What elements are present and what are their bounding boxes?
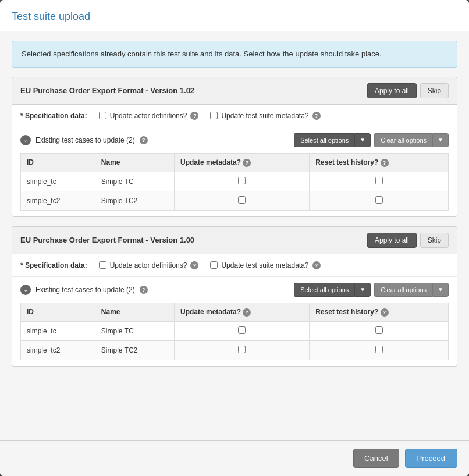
clear-all-arrow-2[interactable]: ▼: [432, 283, 449, 297]
select-all-button-2[interactable]: Select all options: [294, 283, 354, 297]
update-metadata-checkbox-1[interactable]: [210, 112, 218, 119]
table-row: simple_tc Simple TC: [21, 321, 449, 340]
spec-data-row-2: * Specification data: Update actor defin…: [12, 254, 457, 277]
update-metadata-checkbox-2[interactable]: [210, 261, 218, 269]
select-all-arrow-2[interactable]: ▼: [354, 283, 371, 297]
test-cases-title-text-1: Existing test cases to update (2): [35, 136, 135, 144]
select-all-arrow-1[interactable]: ▼: [354, 133, 371, 147]
col-reset-history-1: Reset test history? ?: [310, 153, 449, 172]
modal-header: Test suite upload: [0, 0, 469, 31]
proceed-button[interactable]: Proceed: [405, 449, 457, 468]
row2-name-2: Simple TC2: [95, 340, 174, 360]
row2-update-meta-2: [174, 340, 309, 360]
test-cases-title-text-2: Existing test cases to update (2): [35, 286, 135, 294]
clear-all-arrow-1[interactable]: ▼: [432, 133, 449, 147]
test-cases-section-1: ⌄ Existing test cases to update (2) ? Se…: [12, 127, 457, 216]
row1-reset-history-checkbox-2[interactable]: [375, 326, 383, 334]
clear-all-button-1[interactable]: Clear all options: [374, 133, 432, 147]
update-actor-text-2: Update actor definitions?: [110, 261, 187, 269]
skip-button-1[interactable]: Skip: [420, 83, 449, 98]
col-name-2: Name: [95, 303, 174, 321]
row2-reset-history-checkbox-2[interactable]: [375, 346, 383, 353]
test-cases-table-2: ID Name Update metadata? ? Reset test hi…: [20, 303, 449, 360]
clear-all-split-2: Clear all options ▼: [371, 283, 449, 297]
row1-reset-history-checkbox-1[interactable]: [375, 177, 383, 184]
row1-update-meta-checkbox-1[interactable]: [238, 177, 246, 184]
row2-reset-history-2: [310, 340, 449, 360]
row2-name-1: Simple TC2: [95, 191, 174, 210]
spec-header-buttons-2: Apply to all Skip: [367, 233, 449, 248]
col-id-1: ID: [21, 153, 95, 172]
row2-reset-history-1: [310, 191, 449, 210]
modal-footer: Cancel Proceed: [0, 440, 469, 476]
spec-header-1: EU Purchase Order Export Format - Versio…: [12, 77, 457, 105]
table-row: simple_tc2 Simple TC2: [21, 340, 449, 360]
update-metadata-label-2[interactable]: Update test suite metadata? ?: [210, 261, 320, 269]
spec-block-1: EU Purchase Order Export Format - Versio…: [12, 77, 457, 217]
spec-title-2: EU Purchase Order Export Format - Versio…: [20, 236, 194, 244]
spec-block-2: EU Purchase Order Export Format - Versio…: [12, 226, 457, 367]
table-header-row-2: ID Name Update metadata? ? Reset test hi…: [21, 303, 449, 321]
spec-title-1: EU Purchase Order Export Format - Versio…: [20, 86, 194, 95]
update-metadata-label-1[interactable]: Update test suite metadata? ?: [210, 112, 320, 120]
reset-history-header-help-1: ?: [381, 159, 389, 167]
spec-data-label-2: * Specification data:: [20, 261, 87, 269]
test-cases-help-1: ?: [140, 136, 148, 144]
row1-update-meta-1: [174, 172, 309, 191]
row1-id-2: simple_tc: [21, 321, 95, 340]
test-cases-table-1: ID Name Update metadata? ? Reset test hi…: [20, 153, 449, 211]
skip-button-2[interactable]: Skip: [420, 233, 449, 248]
col-reset-history-2: Reset test history? ?: [310, 303, 449, 321]
collapse-icon-1[interactable]: ⌄: [20, 135, 31, 145]
spec-data-label-1: * Specification data:: [20, 112, 87, 120]
row2-update-meta-checkbox-2[interactable]: [238, 346, 246, 353]
update-actor-text-1: Update actor definitions?: [110, 112, 187, 120]
update-actor-help-2: ?: [190, 261, 198, 269]
collapse-icon-2[interactable]: ⌄: [20, 285, 31, 295]
spec-header-buttons-1: Apply to all Skip: [367, 83, 449, 98]
test-cases-help-2: ?: [140, 286, 148, 294]
row2-id-2: simple_tc2: [21, 340, 95, 360]
table-row: simple_tc2 Simple TC2: [21, 191, 449, 210]
row2-reset-history-checkbox-1[interactable]: [375, 196, 383, 204]
table-header-row-1: ID Name Update metadata? ? Reset test hi…: [21, 153, 449, 172]
col-update-metadata-1: Update metadata? ?: [174, 153, 309, 172]
modal-body: Selected specifications already contain …: [0, 31, 469, 440]
row1-name-1: Simple TC: [95, 172, 174, 191]
test-cases-title-2: ⌄ Existing test cases to update (2) ?: [20, 285, 148, 295]
spec-header-2: EU Purchase Order Export Format - Versio…: [12, 227, 457, 254]
row2-update-meta-checkbox-1[interactable]: [238, 196, 246, 204]
col-update-metadata-2: Update metadata? ?: [174, 303, 309, 321]
row2-update-meta-1: [174, 191, 309, 210]
apply-to-all-button-1[interactable]: Apply to all: [367, 83, 417, 98]
clear-all-split-1: Clear all options ▼: [371, 133, 449, 147]
cancel-button[interactable]: Cancel: [353, 449, 399, 468]
table-row: simple_tc Simple TC: [21, 172, 449, 191]
test-cases-section-2: ⌄ Existing test cases to update (2) ? Se…: [12, 277, 457, 366]
select-all-split-1: Select all options ▼: [294, 133, 371, 147]
row1-reset-history-2: [310, 321, 449, 340]
update-metadata-text-2: Update test suite metadata?: [221, 261, 308, 269]
update-actor-label-2[interactable]: Update actor definitions? ?: [99, 261, 199, 269]
update-actor-checkbox-2[interactable]: [99, 261, 106, 269]
clear-all-button-2[interactable]: Clear all options: [374, 283, 432, 297]
select-all-split-2: Select all options ▼: [294, 283, 371, 297]
test-cases-header-2: ⌄ Existing test cases to update (2) ? Se…: [20, 283, 449, 297]
spec-data-row-1: * Specification data: Update actor defin…: [12, 105, 457, 127]
modal-title: Test suite upload: [12, 10, 457, 23]
update-actor-label-1[interactable]: Update actor definitions? ?: [99, 112, 199, 120]
select-all-button-1[interactable]: Select all options: [294, 133, 354, 147]
apply-to-all-button-2[interactable]: Apply to all: [367, 233, 417, 248]
update-actor-checkbox-1[interactable]: [99, 112, 106, 119]
row1-id-1: simple_tc: [21, 172, 95, 191]
row2-id-1: simple_tc2: [21, 191, 95, 210]
update-actor-help-1: ?: [190, 112, 198, 120]
test-cases-actions-1: Select all options ▼ Clear all options ▼: [294, 133, 449, 147]
update-meta-header-help-1: ?: [243, 159, 251, 167]
row1-name-2: Simple TC: [95, 321, 174, 340]
row1-update-meta-checkbox-2[interactable]: [238, 326, 246, 334]
update-metadata-help-2: ?: [312, 261, 321, 269]
col-id-2: ID: [21, 303, 95, 321]
test-cases-title-1: ⌄ Existing test cases to update (2) ?: [20, 135, 148, 145]
update-meta-header-help-2: ?: [243, 308, 251, 317]
